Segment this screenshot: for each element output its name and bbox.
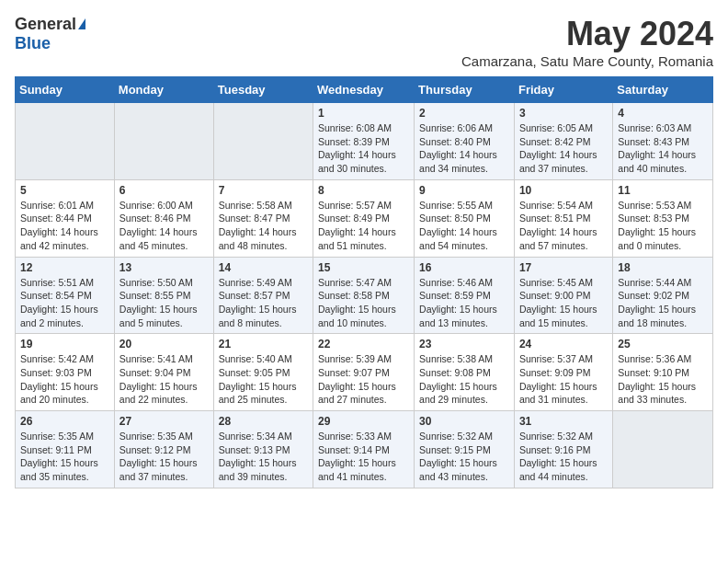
day-info: Sunrise: 5:50 AMSunset: 8:55 PMDaylight:… xyxy=(119,276,209,330)
day-info: Sunrise: 5:32 AMSunset: 9:16 PMDaylight:… xyxy=(519,430,608,484)
day-number: 20 xyxy=(119,338,209,350)
calendar-cell: 15Sunrise: 5:47 AMSunset: 8:58 PMDayligh… xyxy=(313,257,415,334)
day-number: 16 xyxy=(419,261,509,274)
day-number: 19 xyxy=(20,338,109,350)
day-info: Sunrise: 5:33 AMSunset: 9:14 PMDaylight:… xyxy=(318,430,409,484)
calendar-cell: 4Sunrise: 6:03 AMSunset: 8:43 PMDaylight… xyxy=(613,103,713,180)
logo: General Blue xyxy=(15,15,85,53)
location: Camarzana, Satu Mare County, Romania xyxy=(461,53,713,69)
day-number: 8 xyxy=(318,184,409,197)
day-info: Sunrise: 5:35 AMSunset: 9:11 PMDaylight:… xyxy=(20,430,109,484)
day-info: Sunrise: 5:40 AMSunset: 9:05 PMDaylight:… xyxy=(219,352,308,407)
day-number: 18 xyxy=(618,261,708,274)
weekday-header-tuesday: Tuesday xyxy=(213,77,313,103)
day-number: 15 xyxy=(318,261,409,274)
day-info: Sunrise: 5:46 AMSunset: 8:59 PMDaylight:… xyxy=(419,276,509,330)
day-info: Sunrise: 5:53 AMSunset: 8:53 PMDaylight:… xyxy=(618,199,708,253)
calendar-cell: 2Sunrise: 6:06 AMSunset: 8:40 PMDaylight… xyxy=(415,103,515,180)
day-info: Sunrise: 5:49 AMSunset: 8:57 PMDaylight:… xyxy=(219,276,308,330)
day-number: 5 xyxy=(20,184,109,197)
day-number: 22 xyxy=(318,338,409,350)
day-number: 26 xyxy=(20,415,109,428)
day-info: Sunrise: 6:08 AMSunset: 8:39 PMDaylight:… xyxy=(318,121,409,176)
day-info: Sunrise: 5:42 AMSunset: 9:03 PMDaylight:… xyxy=(20,352,109,407)
day-number: 13 xyxy=(119,261,209,274)
logo-icon xyxy=(78,18,85,29)
day-number: 27 xyxy=(119,415,209,428)
calendar-cell: 17Sunrise: 5:45 AMSunset: 9:00 PMDayligh… xyxy=(514,257,612,334)
week-row-4: 26Sunrise: 5:35 AMSunset: 9:11 PMDayligh… xyxy=(16,411,713,488)
calendar-cell: 1Sunrise: 6:08 AMSunset: 8:39 PMDaylight… xyxy=(313,103,415,180)
day-info: Sunrise: 6:03 AMSunset: 8:43 PMDaylight:… xyxy=(618,121,708,176)
day-number: 25 xyxy=(618,338,708,350)
day-info: Sunrise: 5:34 AMSunset: 9:13 PMDaylight:… xyxy=(219,430,308,484)
week-row-1: 5Sunrise: 6:01 AMSunset: 8:44 PMDaylight… xyxy=(16,179,713,257)
weekday-header-friday: Friday xyxy=(514,77,612,103)
day-info: Sunrise: 6:06 AMSunset: 8:40 PMDaylight:… xyxy=(419,121,509,176)
day-number: 24 xyxy=(519,338,608,350)
calendar-cell: 21Sunrise: 5:40 AMSunset: 9:05 PMDayligh… xyxy=(213,334,313,411)
day-info: Sunrise: 5:39 AMSunset: 9:07 PMDaylight:… xyxy=(318,352,409,407)
calendar-cell: 23Sunrise: 5:38 AMSunset: 9:08 PMDayligh… xyxy=(415,334,515,411)
calendar-cell xyxy=(613,411,713,488)
day-number: 30 xyxy=(419,415,509,428)
day-number: 6 xyxy=(119,184,209,197)
calendar-cell: 8Sunrise: 5:57 AMSunset: 8:49 PMDaylight… xyxy=(313,179,415,257)
calendar-cell: 5Sunrise: 6:01 AMSunset: 8:44 PMDaylight… xyxy=(16,179,115,257)
day-number: 23 xyxy=(419,338,509,350)
day-number: 12 xyxy=(20,261,109,274)
day-number: 1 xyxy=(318,107,409,120)
page-header: General Blue May 2024 Camarzana, Satu Ma… xyxy=(15,15,713,69)
weekday-header-wednesday: Wednesday xyxy=(313,77,415,103)
day-info: Sunrise: 5:51 AMSunset: 8:54 PMDaylight:… xyxy=(20,276,109,330)
calendar-cell: 26Sunrise: 5:35 AMSunset: 9:11 PMDayligh… xyxy=(16,411,115,488)
day-number: 2 xyxy=(419,107,509,120)
day-number: 14 xyxy=(219,261,308,274)
calendar-cell: 14Sunrise: 5:49 AMSunset: 8:57 PMDayligh… xyxy=(213,257,313,334)
calendar-cell: 18Sunrise: 5:44 AMSunset: 9:02 PMDayligh… xyxy=(613,257,713,334)
week-row-3: 19Sunrise: 5:42 AMSunset: 9:03 PMDayligh… xyxy=(16,334,713,411)
day-info: Sunrise: 5:36 AMSunset: 9:10 PMDaylight:… xyxy=(618,352,708,407)
weekday-header-thursday: Thursday xyxy=(415,77,515,103)
day-info: Sunrise: 6:01 AMSunset: 8:44 PMDaylight:… xyxy=(20,199,109,253)
calendar-cell: 25Sunrise: 5:36 AMSunset: 9:10 PMDayligh… xyxy=(613,334,713,411)
calendar-cell: 30Sunrise: 5:32 AMSunset: 9:15 PMDayligh… xyxy=(415,411,515,488)
calendar-cell: 27Sunrise: 5:35 AMSunset: 9:12 PMDayligh… xyxy=(114,411,213,488)
calendar-cell: 6Sunrise: 6:00 AMSunset: 8:46 PMDaylight… xyxy=(114,179,213,257)
day-number: 29 xyxy=(318,415,409,428)
calendar-cell: 16Sunrise: 5:46 AMSunset: 8:59 PMDayligh… xyxy=(415,257,515,334)
calendar-cell: 22Sunrise: 5:39 AMSunset: 9:07 PMDayligh… xyxy=(313,334,415,411)
day-number: 7 xyxy=(219,184,308,197)
calendar-cell xyxy=(114,103,213,180)
calendar-cell: 9Sunrise: 5:55 AMSunset: 8:50 PMDaylight… xyxy=(415,179,515,257)
day-info: Sunrise: 5:35 AMSunset: 9:12 PMDaylight:… xyxy=(119,430,209,484)
calendar-cell: 7Sunrise: 5:58 AMSunset: 8:47 PMDaylight… xyxy=(213,179,313,257)
logo-general: General xyxy=(15,15,76,34)
calendar-cell: 29Sunrise: 5:33 AMSunset: 9:14 PMDayligh… xyxy=(313,411,415,488)
title-block: May 2024 Camarzana, Satu Mare County, Ro… xyxy=(461,15,713,69)
calendar-cell: 28Sunrise: 5:34 AMSunset: 9:13 PMDayligh… xyxy=(213,411,313,488)
calendar-cell: 11Sunrise: 5:53 AMSunset: 8:53 PMDayligh… xyxy=(613,179,713,257)
day-number: 10 xyxy=(519,184,608,197)
day-number: 4 xyxy=(618,107,708,120)
calendar-cell: 13Sunrise: 5:50 AMSunset: 8:55 PMDayligh… xyxy=(114,257,213,334)
day-info: Sunrise: 5:37 AMSunset: 9:09 PMDaylight:… xyxy=(519,352,608,407)
calendar-cell: 10Sunrise: 5:54 AMSunset: 8:51 PMDayligh… xyxy=(514,179,612,257)
day-info: Sunrise: 6:00 AMSunset: 8:46 PMDaylight:… xyxy=(119,199,209,253)
day-number: 31 xyxy=(519,415,608,428)
calendar-cell: 31Sunrise: 5:32 AMSunset: 9:16 PMDayligh… xyxy=(514,411,612,488)
day-number: 17 xyxy=(519,261,608,274)
month-title: May 2024 xyxy=(461,15,713,53)
calendar-table: SundayMondayTuesdayWednesdayThursdayFrid… xyxy=(15,76,713,488)
week-row-2: 12Sunrise: 5:51 AMSunset: 8:54 PMDayligh… xyxy=(16,257,713,334)
calendar-cell: 3Sunrise: 6:05 AMSunset: 8:42 PMDaylight… xyxy=(514,103,612,180)
day-info: Sunrise: 5:54 AMSunset: 8:51 PMDaylight:… xyxy=(519,199,608,253)
day-info: Sunrise: 5:41 AMSunset: 9:04 PMDaylight:… xyxy=(119,352,209,407)
calendar-cell: 24Sunrise: 5:37 AMSunset: 9:09 PMDayligh… xyxy=(514,334,612,411)
logo-blue: Blue xyxy=(15,34,51,53)
day-number: 11 xyxy=(618,184,708,197)
calendar-cell xyxy=(213,103,313,180)
weekday-header-saturday: Saturday xyxy=(613,77,713,103)
calendar-cell xyxy=(16,103,115,180)
weekday-header-sunday: Sunday xyxy=(16,77,115,103)
